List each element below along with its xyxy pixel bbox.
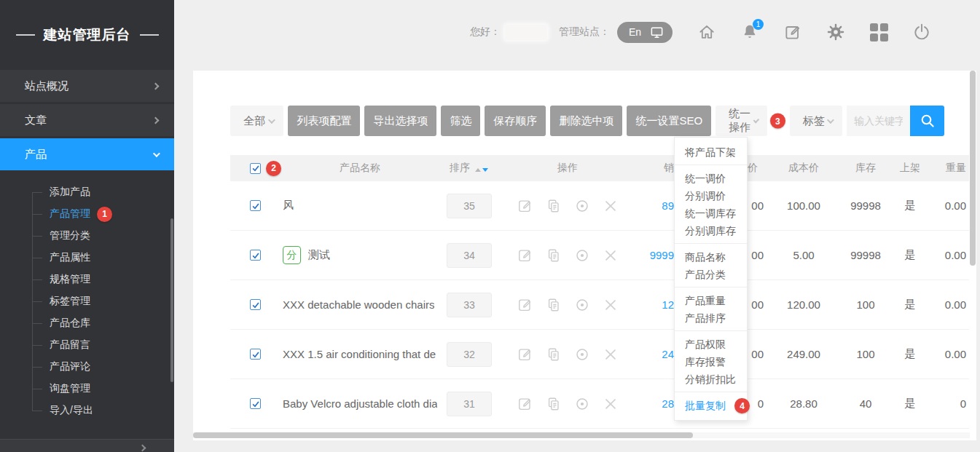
- preview-eye-icon[interactable]: [574, 297, 590, 313]
- preview-eye-icon[interactable]: [574, 247, 590, 263]
- header-sort[interactable]: 排序: [437, 162, 501, 175]
- select-all-checkbox[interactable]: [250, 163, 261, 174]
- edit-icon[interactable]: [517, 346, 533, 362]
- filter-all-select[interactable]: 全部: [230, 106, 283, 136]
- sort-asc-caret[interactable]: [475, 168, 481, 172]
- vertical-scrollbar-thumb[interactable]: [970, 71, 976, 266]
- sidebar-subitem[interactable]: 标签管理: [0, 290, 174, 312]
- sidebar-subitem-label: 产品管理: [50, 207, 90, 221]
- notifications-bell-icon[interactable]: 1: [740, 23, 759, 41]
- copy-icon[interactable]: [546, 396, 562, 412]
- sidebar-subitem[interactable]: 导入/导出: [0, 400, 174, 421]
- delete-x-icon[interactable]: [603, 297, 619, 313]
- title-dash: [140, 34, 159, 36]
- toolbar-button[interactable]: 删除选中项: [550, 106, 622, 136]
- menu-item-wrap: 分销折扣比: [675, 370, 747, 388]
- search-input[interactable]: [847, 106, 910, 136]
- sort-desc-caret[interactable]: [482, 168, 488, 172]
- sort-order-input[interactable]: 32: [447, 342, 492, 367]
- edit-icon[interactable]: [517, 297, 533, 313]
- sort-order-input[interactable]: 33: [447, 293, 492, 317]
- sidebar-subitem[interactable]: 产品管理 1: [0, 203, 174, 225]
- menu-item-label: 批量复制: [685, 400, 726, 411]
- delete-x-icon[interactable]: [603, 198, 619, 214]
- search-button[interactable]: [910, 106, 944, 136]
- toolbar-button[interactable]: 导出选择项: [364, 106, 436, 136]
- delete-x-icon[interactable]: [603, 396, 619, 412]
- menu-item[interactable]: 商品名称: [675, 248, 747, 266]
- sidebar-item[interactable]: 站点概况: [0, 70, 174, 102]
- horizontal-scrollbar[interactable]: [193, 432, 970, 438]
- row-checkbox[interactable]: [250, 250, 261, 261]
- sidebar-subitem[interactable]: 产品仓库: [0, 312, 174, 334]
- sidebar-subitem[interactable]: 产品留言: [0, 334, 174, 356]
- copy-icon[interactable]: [546, 297, 562, 313]
- menu-item[interactable]: 产品排序: [675, 309, 747, 327]
- sidebar-subitem[interactable]: 产品属性: [0, 247, 174, 269]
- edit-icon[interactable]: [517, 247, 533, 263]
- copy-icon[interactable]: [546, 198, 562, 214]
- edit-icon[interactable]: [517, 198, 533, 214]
- menu-item[interactable]: 产品分类: [675, 266, 747, 283]
- sidebar-subitem[interactable]: 规格管理: [0, 269, 174, 290]
- sidebar-subitem[interactable]: 产品评论: [0, 356, 174, 378]
- delete-x-icon[interactable]: [603, 346, 619, 362]
- menu-item[interactable]: 统一调库存: [675, 205, 747, 222]
- copy-icon[interactable]: [546, 346, 562, 362]
- cost-price-value: 100.00: [764, 199, 844, 212]
- menu-item[interactable]: 将产品下架: [675, 143, 747, 161]
- sort-order-input[interactable]: 35: [447, 194, 492, 218]
- menu-item[interactable]: 产品权限: [675, 336, 747, 353]
- menu-item[interactable]: 分销折扣比: [675, 370, 747, 388]
- tag-filter-dropdown[interactable]: 标签: [790, 106, 842, 136]
- sort-order-input[interactable]: 34: [447, 243, 492, 268]
- toolbar-button[interactable]: 筛选: [441, 106, 480, 136]
- row-checkbox[interactable]: [250, 349, 261, 360]
- menu-item[interactable]: 分别调价: [675, 187, 747, 205]
- row-checkbox[interactable]: [250, 200, 261, 211]
- filter-all-label: 全部: [243, 114, 265, 128]
- toolbar-button[interactable]: 统一设置SEO: [627, 106, 711, 136]
- apps-grid-icon[interactable]: [869, 23, 888, 41]
- horizontal-scrollbar-thumb[interactable]: [193, 432, 693, 438]
- cost-price-value: 249.00: [764, 348, 844, 360]
- edit-icon[interactable]: [517, 396, 533, 412]
- menu-item-label: 产品分类: [685, 269, 726, 280]
- sidebar-item[interactable]: 文章: [0, 104, 174, 136]
- sidebar-subitem[interactable]: 添加产品: [0, 181, 174, 203]
- menu-item-wrap: 批量复制 4: [675, 392, 747, 414]
- delete-x-icon[interactable]: [603, 247, 619, 263]
- sidebar-next-section[interactable]: [0, 439, 174, 452]
- logout-power-icon[interactable]: [912, 23, 931, 41]
- sort-carets[interactable]: [474, 162, 489, 174]
- stock-value: 99998: [844, 199, 887, 212]
- menu-item[interactable]: 统一调价: [675, 170, 747, 187]
- menu-item[interactable]: 批量复制 4: [675, 397, 747, 414]
- row-checkbox[interactable]: [250, 299, 261, 310]
- menu-item[interactable]: 库存报警: [675, 353, 747, 370]
- row-checkbox[interactable]: [250, 398, 261, 409]
- header-actions: 操作: [501, 162, 634, 175]
- sidebar-subitem-label: 产品评论: [50, 360, 90, 373]
- sidebar-subitem-label: 添加产品: [50, 186, 90, 199]
- sidebar-subitem[interactable]: 管理分类: [0, 225, 174, 247]
- settings-gear-icon[interactable]: [826, 23, 845, 41]
- batch-operation-dropdown[interactable]: 统一操作 3: [716, 106, 767, 136]
- preview-eye-icon[interactable]: [574, 396, 590, 412]
- toolbar-button[interactable]: 列表项配置: [288, 106, 360, 136]
- preview-eye-icon[interactable]: [574, 346, 590, 362]
- preview-eye-icon[interactable]: [574, 198, 590, 214]
- edit-icon[interactable]: [783, 23, 802, 41]
- language-switch[interactable]: En: [617, 22, 673, 43]
- sidebar-subitem[interactable]: 询盘管理: [0, 378, 174, 400]
- copy-icon[interactable]: [546, 247, 562, 263]
- sidebar-scrollbar-thumb[interactable]: [170, 218, 173, 382]
- menu-item[interactable]: 产品重量: [675, 292, 747, 309]
- stock-value: 100: [844, 348, 887, 360]
- sidebar-item[interactable]: 产品: [0, 138, 174, 170]
- home-icon[interactable]: [697, 23, 716, 41]
- batch-operation-label: 统一操作: [729, 107, 753, 135]
- sort-order-input[interactable]: 31: [447, 392, 492, 416]
- toolbar-button[interactable]: 保存顺序: [485, 106, 546, 136]
- menu-item[interactable]: 分别调库存: [675, 222, 747, 239]
